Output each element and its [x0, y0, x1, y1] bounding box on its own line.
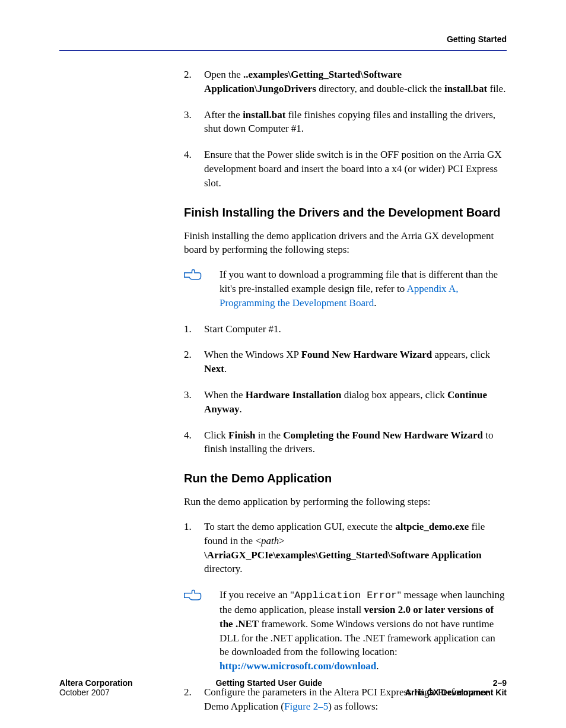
list-body: When the Hardware Installation dialog bo…: [204, 388, 507, 417]
text: ) as follows:: [328, 701, 378, 712]
list-number: 4.: [184, 428, 204, 457]
list-number: 3.: [184, 108, 204, 136]
list-body: Ensure that the Power slide switch is in…: [204, 148, 507, 190]
list-number: 4.: [184, 148, 204, 190]
text: directory.: [204, 563, 243, 574]
run-intro-paragraph: Run the demo application by performing t…: [184, 495, 507, 509]
footer-right: 2–9 Arria GX Development Kit: [405, 678, 507, 697]
step-4-click-finish: 4. Click Finish in the Completing the Fo…: [184, 428, 507, 457]
list-number: 3.: [184, 388, 204, 417]
text: To start the demo application GUI, execu…: [204, 521, 395, 532]
italic-path: path: [261, 535, 279, 546]
step-1-start-demo-gui: 1. To start the demo application GUI, ex…: [184, 520, 507, 576]
step-3-hardware-installation: 3. When the Hardware Installation dialog…: [184, 388, 507, 417]
note-text: If you receive an "Application Error" me…: [220, 588, 507, 673]
text: Click: [204, 430, 228, 441]
list-body: After the install.bat file finishes copy…: [204, 108, 507, 136]
text: When the: [204, 389, 246, 400]
list-body: Start Computer #1.: [204, 322, 507, 336]
bold: altpcie_demo.exe: [395, 521, 469, 532]
text: After the: [204, 109, 243, 120]
note-text: If you want to download a programming fi…: [220, 268, 507, 310]
step-4-power-switch: 4. Ensure that the Power slide switch is…: [184, 148, 507, 190]
list-number: 1.: [184, 520, 204, 576]
step-1-start-computer: 1. Start Computer #1.: [184, 322, 507, 336]
text: file.: [487, 83, 505, 94]
list-body: Click Finish in the Completing the Found…: [204, 428, 507, 457]
text: .: [224, 363, 227, 374]
text: If you receive an ": [220, 589, 294, 600]
text: When the Windows XP: [204, 349, 301, 360]
text: Open the: [204, 69, 243, 80]
list-body: To start the demo application GUI, execu…: [204, 520, 507, 576]
list-body: When the Windows XP Found New Hardware W…: [204, 348, 507, 376]
list-body: Open the ..examples\Getting_Started\Soft…: [204, 68, 507, 96]
text: in the: [255, 430, 283, 441]
footer-center: Getting Started User Guide: [215, 678, 322, 697]
link-microsoft-download[interactable]: http://www.microsoft.com/download: [220, 660, 376, 672]
bold: Found New Hardware Wizard: [301, 349, 433, 360]
file-bold: install.bat: [243, 109, 285, 120]
footer-page-number: 2–9: [405, 678, 507, 688]
bold: Finish: [228, 430, 255, 441]
list-number: 2.: [184, 68, 204, 96]
page: Getting Started 2. Open the ..examples\G…: [0, 0, 566, 728]
heading-run-demo: Run the Demo Application: [184, 472, 507, 485]
step-3-after-install: 3. After the install.bat file finishes c…: [184, 108, 507, 136]
text: .: [374, 297, 376, 309]
footer-date: October 2007: [59, 688, 133, 697]
file-bold: install.bat: [444, 83, 487, 94]
body-column: 2. Open the ..examples\Getting_Started\S…: [184, 68, 507, 714]
bold: Completing the Found New Hardware Wizard: [283, 430, 483, 441]
footer-kit-name: Arria GX Development Kit: [405, 688, 507, 697]
page-footer: Altera Corporation October 2007 Getting …: [59, 678, 507, 697]
bold: Next: [204, 363, 224, 374]
footer-left: Altera Corporation October 2007: [59, 678, 133, 697]
note-application-error: If you receive an "Application Error" me…: [184, 588, 507, 673]
code-text: Application Error: [294, 590, 397, 601]
text: directory, and double-click the: [316, 83, 444, 94]
footer-company: Altera Corporation: [59, 678, 133, 688]
header-rule: [59, 50, 507, 51]
text: >: [279, 535, 285, 546]
heading-finish-installing: Finish Installing the Drivers and the De…: [184, 206, 507, 220]
pointing-hand-icon: [184, 588, 220, 673]
text: dialog box appears, click: [342, 389, 447, 400]
path-bold: \ArriaGX_PCIe\examples\Getting_Started\S…: [204, 549, 482, 561]
step-2-hardware-wizard: 2. When the Windows XP Found New Hardwar…: [184, 348, 507, 376]
note-appendix: If you want to download a programming fi…: [184, 268, 507, 310]
link-figure-2-5[interactable]: Figure 2–5: [284, 701, 328, 712]
finish-intro-paragraph: Finish installing the demo application d…: [184, 229, 507, 257]
list-number: 2.: [184, 348, 204, 376]
step-2-open-examples: 2. Open the ..examples\Getting_Started\S…: [184, 68, 507, 96]
text: .: [376, 660, 379, 672]
running-header: Getting Started: [59, 34, 507, 44]
text: appears, click: [432, 349, 490, 360]
bold: Hardware Installation: [246, 389, 342, 400]
text: framework. Some Windows versions do not …: [220, 618, 495, 658]
pointing-hand-icon: [184, 268, 220, 310]
text: .: [240, 403, 242, 415]
list-number: 1.: [184, 322, 204, 336]
